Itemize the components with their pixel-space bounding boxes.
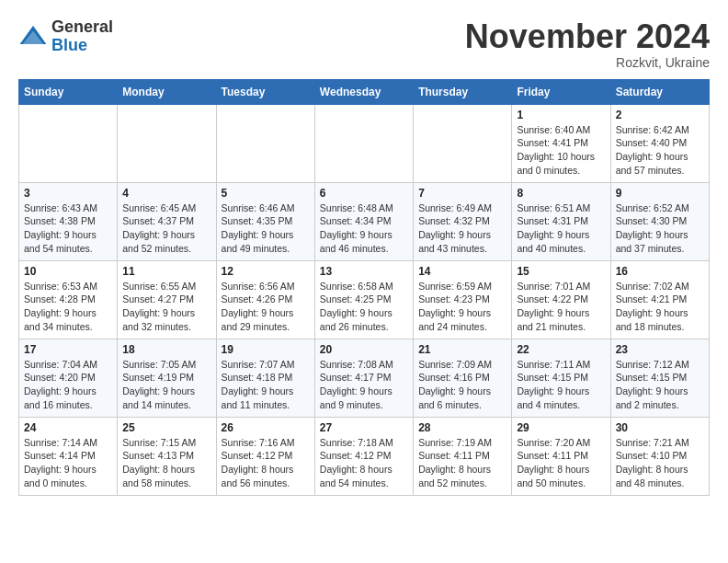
calendar-cell xyxy=(216,104,314,182)
day-number: 11 xyxy=(122,265,210,278)
day-info: Sunrise: 6:46 AMSunset: 4:35 PMDaylight:… xyxy=(222,201,310,256)
day-info: Sunrise: 6:52 AMSunset: 4:30 PMDaylight:… xyxy=(616,201,704,256)
calendar-cell xyxy=(314,104,413,182)
day-info: Sunrise: 7:18 AMSunset: 4:12 PMDaylight:… xyxy=(320,436,408,490)
day-info: Sunrise: 7:19 AMSunset: 4:11 PMDaylight:… xyxy=(418,436,506,490)
day-info: Sunrise: 6:59 AMSunset: 4:23 PMDaylight:… xyxy=(418,280,506,334)
weekday-header-friday: Friday xyxy=(512,79,610,104)
day-info: Sunrise: 7:16 AMSunset: 4:12 PMDaylight:… xyxy=(222,436,310,490)
calendar-week-row: 17Sunrise: 7:04 AMSunset: 4:20 PMDayligh… xyxy=(19,339,710,417)
day-number: 1 xyxy=(517,109,605,121)
day-number: 12 xyxy=(222,265,310,278)
calendar-cell: 18Sunrise: 7:05 AMSunset: 4:19 PMDayligh… xyxy=(118,339,216,417)
day-info: Sunrise: 6:53 AMSunset: 4:28 PMDaylight:… xyxy=(24,280,112,334)
location-subtitle: Rozkvit, Ukraine xyxy=(465,55,710,70)
day-info: Sunrise: 7:08 AMSunset: 4:17 PMDaylight:… xyxy=(320,358,408,412)
calendar-cell xyxy=(118,104,216,182)
logo-text: General Blue xyxy=(51,18,113,55)
calendar-cell: 12Sunrise: 6:56 AMSunset: 4:26 PMDayligh… xyxy=(216,260,314,339)
weekday-header-wednesday: Wednesday xyxy=(314,79,413,104)
day-info: Sunrise: 7:07 AMSunset: 4:18 PMDaylight:… xyxy=(222,358,310,412)
calendar-cell: 4Sunrise: 6:45 AMSunset: 4:37 PMDaylight… xyxy=(118,182,216,260)
calendar-cell: 25Sunrise: 7:15 AMSunset: 4:13 PMDayligh… xyxy=(118,417,216,495)
day-number: 30 xyxy=(616,421,704,434)
day-info: Sunrise: 7:09 AMSunset: 4:16 PMDaylight:… xyxy=(418,358,506,412)
calendar-cell: 5Sunrise: 6:46 AMSunset: 4:35 PMDaylight… xyxy=(216,182,314,260)
day-number: 17 xyxy=(24,343,112,356)
day-number: 2 xyxy=(616,109,704,121)
calendar-cell: 9Sunrise: 6:52 AMSunset: 4:30 PMDaylight… xyxy=(610,182,709,260)
calendar-cell: 10Sunrise: 6:53 AMSunset: 4:28 PMDayligh… xyxy=(19,260,118,339)
calendar-table: SundayMondayTuesdayWednesdayThursdayFrid… xyxy=(18,79,710,496)
day-info: Sunrise: 7:01 AMSunset: 4:22 PMDaylight:… xyxy=(517,280,605,334)
calendar-cell xyxy=(19,104,118,182)
day-number: 4 xyxy=(122,187,210,200)
calendar-cell: 17Sunrise: 7:04 AMSunset: 4:20 PMDayligh… xyxy=(19,339,118,417)
day-info: Sunrise: 6:48 AMSunset: 4:34 PMDaylight:… xyxy=(320,201,408,256)
day-number: 24 xyxy=(24,421,112,434)
calendar-cell: 15Sunrise: 7:01 AMSunset: 4:22 PMDayligh… xyxy=(512,260,610,339)
day-number: 25 xyxy=(122,421,210,434)
calendar-cell: 28Sunrise: 7:19 AMSunset: 4:11 PMDayligh… xyxy=(414,417,512,495)
month-title: November 2024 xyxy=(465,18,710,55)
day-number: 14 xyxy=(418,265,506,278)
day-number: 15 xyxy=(517,265,605,278)
day-number: 27 xyxy=(320,421,408,434)
day-number: 16 xyxy=(616,265,704,278)
day-number: 26 xyxy=(222,421,310,434)
calendar-cell xyxy=(414,104,512,182)
calendar-cell: 13Sunrise: 6:58 AMSunset: 4:25 PMDayligh… xyxy=(314,260,413,339)
day-info: Sunrise: 7:14 AMSunset: 4:14 PMDaylight:… xyxy=(24,436,112,490)
day-info: Sunrise: 7:12 AMSunset: 4:15 PMDaylight:… xyxy=(616,358,704,412)
calendar-cell: 24Sunrise: 7:14 AMSunset: 4:14 PMDayligh… xyxy=(19,417,118,495)
calendar-cell: 11Sunrise: 6:55 AMSunset: 4:27 PMDayligh… xyxy=(118,260,216,339)
calendar-cell: 29Sunrise: 7:20 AMSunset: 4:11 PMDayligh… xyxy=(512,417,610,495)
calendar-cell: 16Sunrise: 7:02 AMSunset: 4:21 PMDayligh… xyxy=(610,260,709,339)
day-number: 19 xyxy=(222,343,310,356)
day-info: Sunrise: 7:05 AMSunset: 4:19 PMDaylight:… xyxy=(122,358,210,412)
weekday-header-row: SundayMondayTuesdayWednesdayThursdayFrid… xyxy=(19,79,710,104)
day-number: 21 xyxy=(418,343,506,356)
weekday-header-saturday: Saturday xyxy=(610,79,709,104)
day-info: Sunrise: 7:15 AMSunset: 4:13 PMDaylight:… xyxy=(122,436,210,490)
day-info: Sunrise: 6:51 AMSunset: 4:31 PMDaylight:… xyxy=(517,201,605,256)
day-info: Sunrise: 7:21 AMSunset: 4:10 PMDaylight:… xyxy=(616,436,704,490)
calendar-cell: 22Sunrise: 7:11 AMSunset: 4:15 PMDayligh… xyxy=(512,339,610,417)
calendar-cell: 7Sunrise: 6:49 AMSunset: 4:32 PMDaylight… xyxy=(414,182,512,260)
calendar-week-row: 24Sunrise: 7:14 AMSunset: 4:14 PMDayligh… xyxy=(19,417,710,495)
calendar-week-row: 1Sunrise: 6:40 AMSunset: 4:41 PMDaylight… xyxy=(19,104,710,182)
day-info: Sunrise: 6:56 AMSunset: 4:26 PMDaylight:… xyxy=(222,280,310,334)
day-number: 10 xyxy=(24,265,112,278)
logo: General Blue xyxy=(18,18,113,55)
day-info: Sunrise: 7:20 AMSunset: 4:11 PMDaylight:… xyxy=(517,436,605,490)
day-number: 3 xyxy=(24,187,112,200)
calendar-week-row: 10Sunrise: 6:53 AMSunset: 4:28 PMDayligh… xyxy=(19,260,710,339)
day-info: Sunrise: 6:58 AMSunset: 4:25 PMDaylight:… xyxy=(320,280,408,334)
day-number: 28 xyxy=(418,421,506,434)
page-header: General Blue November 2024 Rozkvit, Ukra… xyxy=(18,18,710,70)
day-info: Sunrise: 6:40 AMSunset: 4:41 PMDaylight:… xyxy=(517,123,605,178)
calendar-cell: 3Sunrise: 6:43 AMSunset: 4:38 PMDaylight… xyxy=(19,182,118,260)
day-info: Sunrise: 6:49 AMSunset: 4:32 PMDaylight:… xyxy=(418,201,506,256)
day-info: Sunrise: 6:42 AMSunset: 4:40 PMDaylight:… xyxy=(616,123,704,178)
day-number: 7 xyxy=(418,187,506,200)
calendar-cell: 26Sunrise: 7:16 AMSunset: 4:12 PMDayligh… xyxy=(216,417,314,495)
calendar-week-row: 3Sunrise: 6:43 AMSunset: 4:38 PMDaylight… xyxy=(19,182,710,260)
calendar-cell: 30Sunrise: 7:21 AMSunset: 4:10 PMDayligh… xyxy=(610,417,709,495)
day-number: 18 xyxy=(122,343,210,356)
day-info: Sunrise: 6:55 AMSunset: 4:27 PMDaylight:… xyxy=(122,280,210,334)
calendar-cell: 8Sunrise: 6:51 AMSunset: 4:31 PMDaylight… xyxy=(512,182,610,260)
calendar-cell: 6Sunrise: 6:48 AMSunset: 4:34 PMDaylight… xyxy=(314,182,413,260)
day-info: Sunrise: 6:45 AMSunset: 4:37 PMDaylight:… xyxy=(122,201,210,256)
day-number: 20 xyxy=(320,343,408,356)
weekday-header-monday: Monday xyxy=(118,79,216,104)
title-block: November 2024 Rozkvit, Ukraine xyxy=(465,18,710,70)
calendar-cell: 23Sunrise: 7:12 AMSunset: 4:15 PMDayligh… xyxy=(610,339,709,417)
calendar-cell: 1Sunrise: 6:40 AMSunset: 4:41 PMDaylight… xyxy=(512,104,610,182)
day-number: 8 xyxy=(517,187,605,200)
weekday-header-tuesday: Tuesday xyxy=(216,79,314,104)
day-info: Sunrise: 7:11 AMSunset: 4:15 PMDaylight:… xyxy=(517,358,605,412)
calendar-cell: 20Sunrise: 7:08 AMSunset: 4:17 PMDayligh… xyxy=(314,339,413,417)
day-number: 22 xyxy=(517,343,605,356)
day-info: Sunrise: 7:02 AMSunset: 4:21 PMDaylight:… xyxy=(616,280,704,334)
